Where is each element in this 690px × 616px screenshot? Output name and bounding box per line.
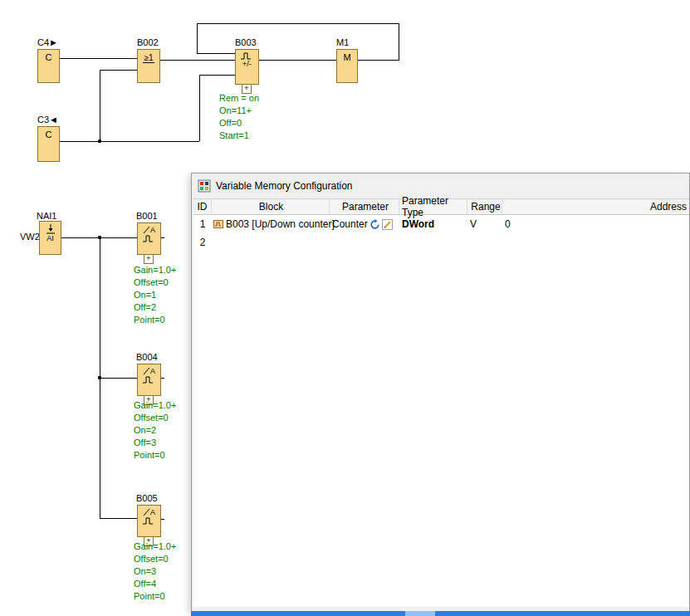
b004-param-line: Point=0 <box>134 449 176 462</box>
b001-param-line: On=1 <box>134 289 176 301</box>
block-label-c3: C3◄ <box>37 115 58 125</box>
block-label-m1: M1 <box>336 37 349 47</box>
variable-memory-window: Variable Memory Configuration ID Block P… <box>191 173 690 612</box>
block-m1-flag[interactable]: M <box>336 49 358 83</box>
b004-param-line: On=2 <box>134 424 176 437</box>
b001-parameters: Gain=1.0+ Offset=0 On=1 Off=2 Point=0 <box>134 264 176 326</box>
block-b004-analog-trigger[interactable]: A <box>137 364 161 396</box>
b003-param-line: On=11+ <box>219 105 259 117</box>
b003-param-line: Off=0 <box>219 117 259 130</box>
table-row-2[interactable]: 2 <box>193 233 690 252</box>
table-header-row: ID Block Parameter Parameter Type Range … <box>193 198 690 215</box>
analog-a-symbol: A <box>150 368 155 375</box>
column-header-id[interactable]: ID <box>193 199 212 214</box>
block-c3-symbol: C <box>46 130 52 139</box>
column-header-address[interactable]: Address <box>502 199 690 214</box>
b004-parameters: Gain=1.0+ Offset=0 On=2 Off=3 Point=0 <box>134 399 176 462</box>
column-header-parameter[interactable]: Parameter <box>330 199 399 214</box>
slash-icon <box>143 367 150 375</box>
window-title: Variable Memory Configuration <box>216 180 353 192</box>
block-label-c4: C4► <box>37 37 58 47</box>
window-bottom-edge <box>191 611 690 616</box>
analog-a-symbol: A <box>150 509 155 516</box>
cell-address <box>502 233 690 252</box>
b001-param-line: Point=0 <box>134 314 176 326</box>
block-label-b003: B003 <box>235 37 257 47</box>
analog-slash-symbol: A <box>143 367 155 375</box>
b003-param-line: Rem = on <box>219 92 259 105</box>
cell-block <box>212 233 330 252</box>
block-m1-symbol: M <box>343 52 350 62</box>
analog-slash-symbol: A <box>143 226 155 234</box>
column-header-range[interactable]: Range <box>467 199 502 214</box>
cell-parameter-text: Counter <box>332 218 368 230</box>
b005-param-line: Gain=1.0+ <box>134 540 176 553</box>
nai1-operand-label: VW2 <box>20 232 40 242</box>
analog-slash-symbol: A <box>143 508 155 516</box>
block-label-b005: B005 <box>136 493 158 503</box>
block-nai1-analog-input[interactable]: AI <box>39 221 61 255</box>
column-header-parameter-type[interactable]: Parameter Type <box>399 199 467 214</box>
analog-input-icon <box>45 224 56 234</box>
cell-parameter-type: DWord <box>399 215 467 233</box>
b001-param-line: Off=2 <box>134 301 176 314</box>
cell-id: 2 <box>193 233 212 252</box>
expand-b001-button[interactable]: + <box>144 254 154 264</box>
window-icon <box>198 179 211 193</box>
column-header-block[interactable]: Block <box>212 199 330 214</box>
counter-step-icon <box>240 52 255 60</box>
b005-param-line: On=3 <box>134 565 176 578</box>
cell-block-text: B003 [Up/Down counter] <box>226 218 335 230</box>
counter-plusminus-symbol: +/- <box>242 61 252 68</box>
trigger-step-icon <box>142 376 157 384</box>
b004-param-line: Off=3 <box>134 437 176 449</box>
cell-parameter <box>330 233 399 252</box>
cell-parameter: Counter <box>330 215 399 233</box>
block-b005-analog-trigger[interactable]: A <box>137 505 161 537</box>
block-b003-counter[interactable]: +/- <box>235 49 259 85</box>
b005-parameters: Gain=1.0+ Offset=0 On=3 Off=4 Point=0 <box>134 540 176 603</box>
refresh-icon[interactable] <box>369 219 380 230</box>
cell-parameter-type <box>399 233 467 252</box>
block-nai1-symbol: AI <box>46 235 54 242</box>
b001-param-line: Offset=0 <box>134 276 176 289</box>
slash-icon <box>143 508 150 516</box>
b003-parameters: Rem = on On=11+ Off=0 Start=1 <box>219 92 259 142</box>
block-c4-symbol: C <box>46 52 52 62</box>
block-b002-or[interactable]: ≥1 <box>137 49 160 83</box>
b005-param-line: Offset=0 <box>134 553 176 565</box>
block-c3[interactable]: C <box>37 126 60 162</box>
table-row-1[interactable]: 1 B003 [Up/Down counter] Counter <box>193 215 690 233</box>
cell-range: V <box>467 215 502 233</box>
b004-param-line: Offset=0 <box>134 412 176 424</box>
block-label-b002: B002 <box>137 37 159 47</box>
b004-param-line: Gain=1.0+ <box>134 399 176 412</box>
block-label-nai1: NAI1 <box>37 211 56 221</box>
variable-memory-table: ID Block Parameter Parameter Type Range … <box>193 198 690 607</box>
cell-address[interactable]: 0 <box>502 215 690 233</box>
window-bottom-edge-highlight <box>405 611 435 616</box>
b005-param-line: Off=4 <box>134 578 176 590</box>
block-label-b001: B001 <box>136 211 158 221</box>
b005-param-line: Point=0 <box>134 590 176 603</box>
b003-param-line: Start=1 <box>219 130 259 142</box>
b001-param-line: Gain=1.0+ <box>134 264 176 276</box>
analog-a-symbol: A <box>150 227 155 234</box>
cell-id: 1 <box>193 215 212 233</box>
slash-icon <box>143 226 150 234</box>
block-mini-icon <box>213 219 223 229</box>
cell-range <box>467 233 502 252</box>
block-label-b004: B004 <box>136 352 158 362</box>
edit-pencil-icon[interactable] <box>382 219 393 230</box>
cell-block: B003 [Up/Down counter] <box>212 215 330 233</box>
or-gate-symbol: ≥1 <box>143 53 154 63</box>
trigger-step-icon <box>142 517 157 525</box>
trigger-step-icon <box>142 235 157 242</box>
block-b001-analog-trigger[interactable]: A <box>137 222 161 255</box>
block-c4[interactable]: C <box>37 49 60 83</box>
